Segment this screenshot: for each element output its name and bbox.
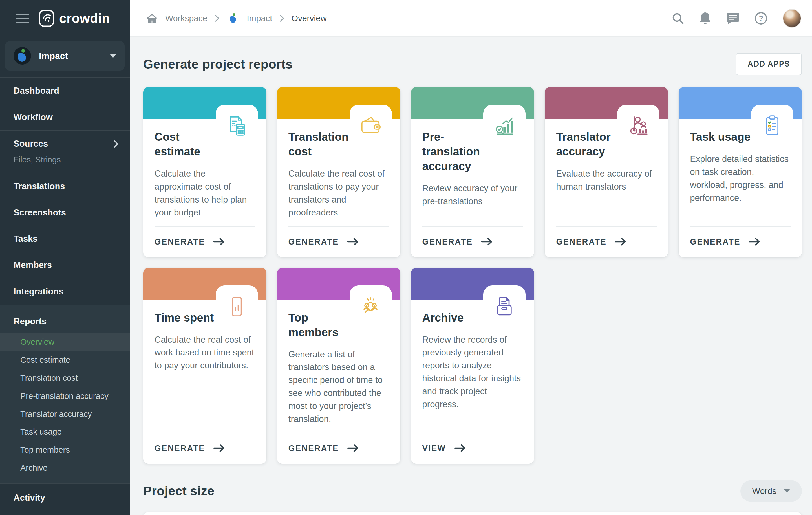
card-description: Calculate the real cost of work based on… [154, 333, 255, 372]
crowdin-logo-icon [38, 9, 55, 27]
card-time-spent: Time spent Calculate the real cost of wo… [143, 268, 266, 464]
clipboard-checklist-icon [751, 105, 793, 147]
sidebar-report-pre-translation-accuracy[interactable]: Pre-translation accuracy [0, 387, 130, 405]
chart-magnifier-icon [483, 105, 526, 147]
topbar-actions: ? [672, 9, 801, 28]
sidebar: crowdin Impact Dashboard Workflow Source… [0, 0, 130, 515]
people-magnifier-icon [350, 285, 392, 328]
chevron-down-icon [110, 54, 116, 58]
sidebar-reports-section: Reports Overview Cost estimate Translati… [0, 305, 130, 483]
top-bar: Workspace Impact Overview ? [130, 0, 812, 37]
card-description: Generate a list of translators based on … [288, 348, 389, 426]
archive-box-icon [483, 285, 526, 328]
sidebar-sources-subtitle: Files, Strings [0, 155, 130, 173]
arrow-right-icon [347, 237, 359, 246]
card-archive: Archive Review the records of previously… [411, 268, 534, 464]
card-top-members: Top members Generate a list of translato… [277, 268, 400, 464]
card-translation-cost: Translation cost Calculate the real cost… [277, 87, 400, 257]
sidebar-item-activity[interactable]: Activity [0, 484, 130, 512]
card-cost-estimate: Cost estimate Calculate the approximate … [143, 87, 266, 257]
crowdin-logo-text: crowdin [59, 11, 110, 26]
document-calculator-icon [216, 105, 258, 147]
units-dropdown[interactable]: Words [741, 480, 802, 502]
generate-button[interactable]: GENERATE [288, 433, 389, 464]
generate-button[interactable]: GENERATE [154, 433, 255, 464]
people-chart-icon [617, 105, 660, 147]
messages-icon[interactable] [726, 12, 739, 25]
help-icon[interactable]: ? [754, 12, 767, 25]
chevron-right-icon [113, 140, 118, 148]
arrow-right-icon [213, 444, 225, 453]
sidebar-report-translator-accuracy[interactable]: Translator accuracy [0, 405, 130, 423]
arrow-right-icon [454, 444, 466, 453]
project-selector[interactable]: Impact [5, 41, 125, 70]
card-translator-accuracy: Translator accuracy Evaluate the accurac… [545, 87, 668, 257]
hamburger-menu-icon[interactable] [16, 14, 29, 23]
breadcrumb-current-page: Overview [292, 13, 327, 23]
project-size-title: Project size [143, 484, 214, 498]
sidebar-report-task-usage[interactable]: Task usage [0, 423, 130, 441]
add-apps-button[interactable]: ADD APPS [735, 53, 802, 75]
generate-button[interactable]: GENERATE [154, 227, 255, 257]
sidebar-report-overview[interactable]: Overview [0, 333, 130, 351]
arrow-right-icon [213, 237, 225, 246]
report-cards-grid: Cost estimate Calculate the approximate … [143, 87, 802, 464]
main-content: Generate project reports ADD APPS C [130, 37, 812, 515]
generate-button[interactable]: GENERATE [690, 227, 790, 257]
breadcrumb-workspace[interactable]: Workspace [165, 13, 207, 23]
generate-button[interactable]: GENERATE [288, 227, 389, 257]
card-description: Review the records of previously generat… [422, 333, 523, 411]
card-pre-translation-accuracy: Pre-translation accuracy Review accuracy… [411, 87, 534, 257]
project-name: Impact [39, 51, 102, 61]
sidebar-item-tasks[interactable]: Tasks [0, 226, 130, 252]
notifications-bell-icon[interactable] [699, 12, 711, 25]
user-avatar[interactable] [783, 9, 801, 28]
arrow-right-icon [481, 237, 493, 246]
card-description: Review accuracy of your pre-translations [422, 182, 523, 208]
sidebar-item-translations[interactable]: Translations [0, 173, 130, 199]
card-description: Explore detailed statistics on task crea… [690, 152, 790, 204]
chevron-right-icon [215, 15, 219, 22]
sidebar-item-dashboard[interactable]: Dashboard [0, 78, 130, 104]
generate-button[interactable]: GENERATE [422, 227, 523, 257]
generate-button[interactable]: GENERATE [556, 227, 657, 257]
card-description: Calculate the real cost of translations … [288, 167, 389, 219]
search-icon[interactable] [672, 12, 684, 25]
phone-chart-icon [216, 285, 258, 328]
sidebar-report-archive[interactable]: Archive [0, 459, 130, 477]
wallet-icon [350, 105, 392, 147]
sidebar-header: crowdin [0, 0, 130, 37]
sidebar-item-sources[interactable]: Sources [0, 131, 130, 157]
sidebar-item-screenshots[interactable]: Screenshots [0, 199, 130, 226]
card-task-usage: Task usage Explore detailed statistics o… [679, 87, 802, 257]
arrow-right-icon [347, 444, 359, 453]
project-size-stats: Translatable 1118 words 0 words in dupli… [143, 512, 802, 515]
sidebar-report-top-members[interactable]: Top members [0, 441, 130, 459]
arrow-right-icon [748, 237, 761, 246]
crowdin-logo[interactable]: crowdin [38, 9, 110, 27]
sidebar-report-cost-estimate[interactable]: Cost estimate [0, 351, 130, 369]
sidebar-report-translation-cost[interactable]: Translation cost [0, 369, 130, 387]
breadcrumb-project[interactable]: Impact [247, 13, 272, 23]
home-icon[interactable] [146, 13, 158, 24]
breadcrumb-project-avatar [227, 12, 240, 25]
chevron-right-icon [280, 15, 284, 22]
project-avatar [13, 47, 31, 65]
breadcrumb: Workspace Impact Overview [146, 12, 327, 25]
chevron-down-icon [784, 489, 790, 493]
view-button[interactable]: VIEW [422, 433, 523, 464]
sidebar-item-members[interactable]: Members [0, 252, 130, 278]
card-description: Calculate the approximate cost of transl… [154, 167, 255, 219]
sidebar-item-reports[interactable]: Reports [0, 310, 130, 333]
arrow-right-icon [614, 237, 627, 246]
sidebar-item-workflow[interactable]: Workflow [0, 104, 130, 130]
page-title: Generate project reports [143, 57, 293, 71]
card-description: Evaluate the accuracy of human translato… [556, 167, 657, 193]
sidebar-item-integrations[interactable]: Integrations [0, 278, 130, 305]
svg-text:?: ? [759, 14, 763, 23]
